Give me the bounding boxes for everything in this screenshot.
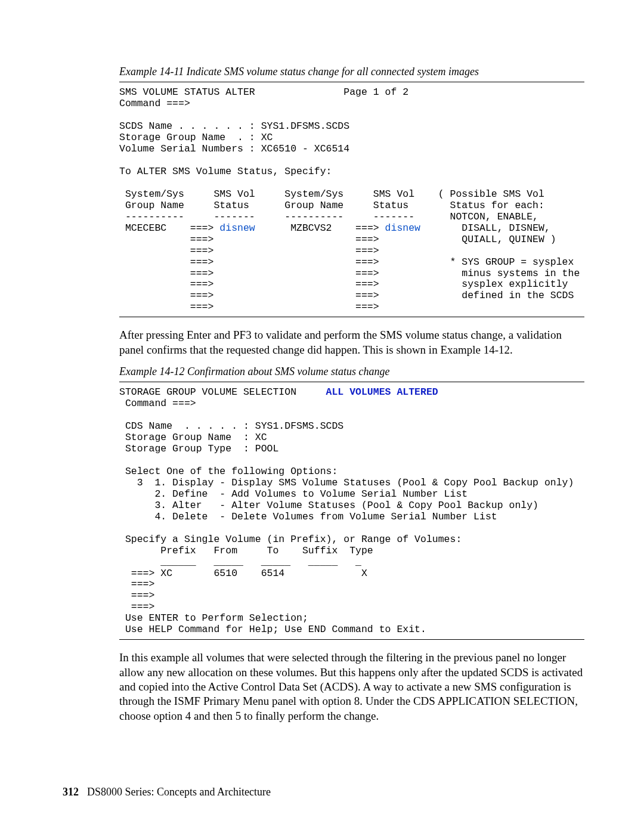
ex2-cmd: Command ===> bbox=[119, 398, 196, 409]
ex1-r6: ===> ===> sysplex explicitly bbox=[119, 278, 568, 290]
ex2-hdr-b: ALL VOLUMES ALTERED bbox=[326, 386, 438, 398]
ex2-sel: Select One of the following Options: bbox=[119, 466, 338, 477]
ex1-r4: ===> ===> * SYS GROUP = sysplex bbox=[119, 256, 574, 268]
ex2-l3: ===> bbox=[119, 590, 154, 601]
rule-bottom-1 bbox=[119, 317, 584, 317]
page: Example 14-11 Indicate SMS volume status… bbox=[0, 0, 644, 833]
ex1-disnew-1: disnew bbox=[219, 222, 255, 234]
ex1-vsn: Volume Serial Numbers : XC6510 - XC6514 bbox=[119, 143, 349, 154]
ex2-sg: Storage Group Name : XC bbox=[119, 432, 267, 443]
ex2-f2: Use HELP Command for Help; Use END Comma… bbox=[119, 624, 426, 635]
ex2-l1: ===> XC 6510 6514 X bbox=[119, 568, 367, 579]
ex1-disnew-2: disnew bbox=[385, 222, 420, 234]
rule-top-1 bbox=[119, 82, 584, 82]
ex2-sgt: Storage Group Type : POOL bbox=[119, 443, 278, 454]
ex2-cols: Prefix From To Suffix Type bbox=[119, 545, 373, 556]
ex1-th2: Group Name Status Group Name Status Stat… bbox=[119, 200, 544, 211]
ex2-l2: ===> bbox=[119, 578, 154, 590]
ex1-r7: ===> ===> defined in the SCDS bbox=[119, 290, 574, 301]
ex2-l4: ===> bbox=[119, 601, 154, 612]
ex1-header: SMS VOLUME STATUS ALTER Page 1 of 2 bbox=[119, 86, 408, 98]
rule-bottom-2 bbox=[119, 639, 584, 640]
ex1-th1: System/Sys SMS Vol System/Sys SMS Vol ( … bbox=[119, 188, 544, 200]
ex1-r1a: MCECEBC ===> bbox=[119, 222, 219, 234]
example-14-11-caption: Example 14-11 Indicate SMS volume status… bbox=[119, 66, 584, 78]
ex2-f1: Use ENTER to Perform Selection; bbox=[119, 612, 308, 624]
ex1-instr: To ALTER SMS Volume Status, Specify: bbox=[119, 166, 332, 177]
ex1-r2: ===> ===> QUIALL, QUINEW ) bbox=[119, 234, 556, 245]
rule-top-2 bbox=[119, 382, 584, 382]
ex2-opt3: 3. Alter - Alter Volume Statuses (Pool &… bbox=[119, 500, 538, 511]
ex1-r5: ===> ===> minus systems in the bbox=[119, 268, 580, 279]
example-14-12-caption: Example 14-12 Confirmation about SMS vol… bbox=[119, 366, 584, 378]
ex1-r1c: DISALL, DISNEW, bbox=[420, 222, 550, 234]
ex1-r8: ===> ===> bbox=[119, 301, 379, 312]
example-14-12-code: STORAGE GROUP VOLUME SELECTION ALL VOLUM… bbox=[119, 387, 584, 636]
ex1-th3: ---------- ------- ---------- ------- NO… bbox=[119, 211, 538, 222]
ex2-hdr-a: STORAGE GROUP VOLUME SELECTION bbox=[119, 386, 326, 398]
ex1-r3: ===> ===> bbox=[119, 245, 379, 256]
paragraph-1: After pressing Enter and PF3 to validate… bbox=[119, 328, 584, 357]
ex1-cmd: Command ===> bbox=[119, 98, 190, 109]
ex1-scds: SCDS Name . . . . . . : SYS1.DFSMS.SCDS bbox=[119, 120, 349, 132]
book-title: DS8000 Series: Concepts and Architecture bbox=[87, 786, 271, 798]
page-footer: 312DS8000 Series: Concepts and Architect… bbox=[63, 786, 271, 798]
ex2-opt2: 2. Define - Add Volumes to Volume Serial… bbox=[119, 488, 467, 500]
ex2-opt4: 4. Delete - Delete Volumes from Volume S… bbox=[119, 511, 497, 522]
ex2-spec: Specify a Single Volume (in Prefix), or … bbox=[119, 534, 462, 545]
ex2-cds: CDS Name . . . . . : SYS1.DFSMS.SCDS bbox=[119, 420, 343, 432]
ex2-opt1: 3 1. Display - Display SMS Volume Status… bbox=[119, 477, 574, 488]
paragraph-2: In this example all volumes that were se… bbox=[119, 651, 584, 723]
example-14-11-code: SMS VOLUME STATUS ALTER Page 1 of 2 Comm… bbox=[119, 87, 584, 313]
ex1-sg: Storage Group Name . : XC bbox=[119, 132, 273, 143]
ex1-r1b: MZBCVS2 ===> bbox=[255, 222, 385, 234]
ex2-ul: ______ _____ _____ _____ _ bbox=[119, 556, 361, 568]
page-number: 312 bbox=[63, 786, 79, 798]
